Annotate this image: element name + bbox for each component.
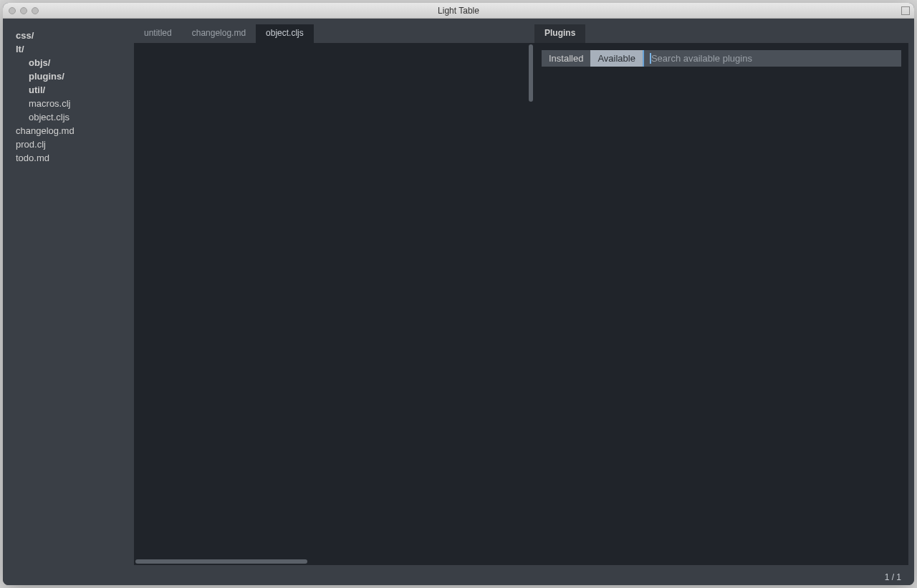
main-area: untitledchangelog.mdobject.cljs Plugins … [134,24,908,565]
plugins-pane: Plugins Installed Available [534,24,908,565]
fullscreen-icon[interactable] [902,6,910,14]
tree-item[interactable]: util/ [16,83,127,97]
plugins-toolbar: Installed Available [534,43,908,72]
plugins-tabs: Plugins [534,24,908,43]
search-input[interactable] [643,50,901,67]
plugins-body: Installed Available [534,43,908,565]
tree-item[interactable]: lt/ [16,42,127,56]
tree-item[interactable]: css/ [16,29,127,42]
tree-item[interactable]: objs/ [16,56,127,69]
tree-item[interactable]: changelog.md [16,124,127,138]
tree-item[interactable]: object.cljs [16,110,127,124]
code-editor[interactable] [134,43,534,565]
tab-plugins[interactable]: Plugins [534,24,585,43]
statusbar: 1 / 1 [3,571,914,585]
available-tab-button[interactable]: Available [590,50,643,67]
plugin-list[interactable] [534,72,908,565]
tab[interactable]: changelog.md [182,24,256,43]
tree-item[interactable]: todo.md [16,151,127,165]
tab[interactable]: object.cljs [256,24,314,43]
installed-tab-button[interactable]: Installed [542,50,590,67]
tree-item[interactable]: macros.clj [16,97,127,110]
tab[interactable]: untitled [134,24,182,43]
scrollbar-horizontal[interactable] [135,559,527,564]
tree-item[interactable]: prod.clj [16,138,127,151]
window-title: Light Table [3,6,914,16]
editor-pane: untitledchangelog.mdobject.cljs [134,24,534,565]
editor-tabs: untitledchangelog.mdobject.cljs [134,24,534,43]
app-window: Light Table css/lt/objs/plugins/util/mac… [3,3,914,585]
file-tree: css/lt/objs/plugins/util/macros.cljobjec… [9,24,134,565]
scrollbar-vertical[interactable] [529,44,533,551]
tree-item[interactable]: plugins/ [16,69,127,83]
app-body: css/lt/objs/plugins/util/macros.cljobjec… [3,19,914,571]
titlebar: Light Table [3,3,914,19]
cursor-position: 1 / 1 [885,572,901,582]
